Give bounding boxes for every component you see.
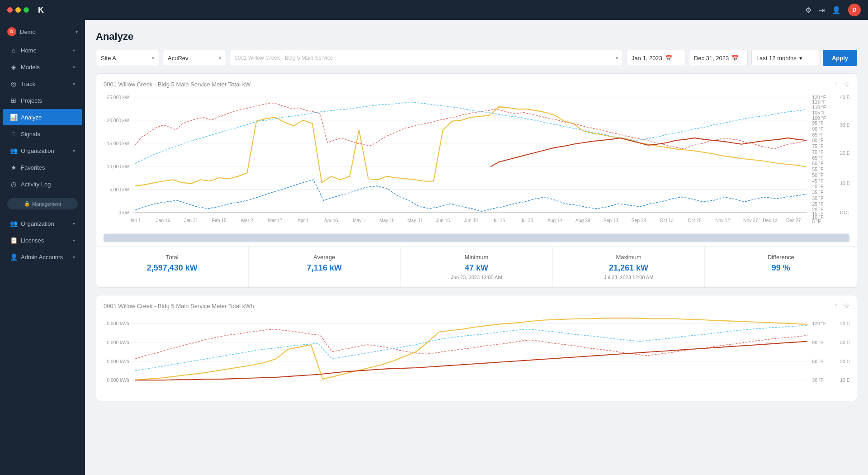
stat-diff-value: 99 % bbox=[712, 263, 849, 273]
activity-log-icon: ◷ bbox=[10, 180, 17, 188]
site-select[interactable]: Site A ▾ bbox=[96, 50, 159, 66]
svg-text:0 DD: 0 DD bbox=[840, 210, 849, 215]
sidebar-item-home[interactable]: ⌂ Home ▾ bbox=[3, 42, 82, 58]
svg-text:Sep 28: Sep 28 bbox=[632, 218, 646, 223]
svg-text:50 °F: 50 °F bbox=[812, 173, 824, 178]
svg-text:30 DD: 30 DD bbox=[840, 340, 849, 345]
date-range-chevron: ▾ bbox=[799, 55, 802, 62]
svg-text:Aug 29: Aug 29 bbox=[576, 218, 590, 223]
stat-avg-label: Average bbox=[256, 254, 393, 261]
stat-total-value: 2,597,430 kW bbox=[104, 263, 241, 273]
svg-text:40 DD: 40 DD bbox=[840, 95, 849, 100]
star-icon[interactable]: ☆ bbox=[843, 80, 849, 89]
stat-min-value: 47 kW bbox=[408, 263, 545, 273]
chart2-upload-icon[interactable]: ↑ bbox=[834, 302, 838, 310]
stat-maximum: Maximum 21,261 kW Jul 23, 2023 12:00 AM bbox=[553, 247, 705, 287]
main-content: Analyze Site A ▾ AcuRev ▾ 0001 Willow Cr… bbox=[85, 20, 868, 475]
svg-text:25 °F: 25 °F bbox=[812, 202, 824, 207]
svg-text:Apr 16: Apr 16 bbox=[324, 218, 338, 223]
sidebar-item-admin-accounts[interactable]: 👤 Admin Accounts ▾ bbox=[3, 249, 82, 265]
svg-text:105 °F: 105 °F bbox=[812, 110, 826, 115]
stat-minimum: Minimum 47 kW Jun 23, 2023 12:00 AM bbox=[401, 247, 553, 287]
chart2-star-icon[interactable]: ☆ bbox=[843, 302, 849, 310]
svg-text:0,000 kWh: 0,000 kWh bbox=[107, 321, 129, 326]
lock-icon: 🔒 bbox=[24, 201, 30, 207]
sidebar-item-org-mgmt[interactable]: 👥 Organization ▾ bbox=[3, 215, 82, 232]
settings-icon[interactable]: ⚙ bbox=[805, 6, 811, 14]
sidebar-item-models[interactable]: ◈ Models ▾ bbox=[3, 59, 82, 75]
upload-icon[interactable]: ↑ bbox=[834, 80, 838, 89]
date-range-label: Last 12 months bbox=[756, 55, 797, 62]
traffic-light-minimize[interactable] bbox=[15, 7, 21, 13]
svg-text:10,000 kW: 10,000 kW bbox=[107, 164, 129, 169]
chart1-svg: 25,000 kW 20,000 kW 15,000 kW 10,000 kW … bbox=[104, 92, 849, 232]
logout-icon[interactable]: ⇥ bbox=[819, 6, 825, 14]
svg-text:80 °F: 80 °F bbox=[812, 138, 824, 143]
org-mgmt-label: Organization bbox=[21, 220, 69, 227]
svg-text:Sep 13: Sep 13 bbox=[604, 218, 618, 223]
analyze-icon: 📊 bbox=[10, 114, 17, 121]
chart-card-1: 0001 Willow Creek - Bldg 5 Main Service … bbox=[96, 73, 857, 288]
apply-button[interactable]: Apply bbox=[823, 50, 857, 66]
svg-text:45 °F: 45 °F bbox=[812, 179, 824, 184]
stat-total-label: Total bbox=[104, 254, 241, 261]
svg-text:Nov 27: Nov 27 bbox=[743, 218, 758, 223]
device-label: AcuRev bbox=[168, 55, 189, 62]
favorites-label: Favorites bbox=[21, 164, 75, 171]
traffic-lights bbox=[7, 7, 29, 13]
date-range-select[interactable]: Last 12 months ▾ bbox=[751, 50, 819, 66]
sidebar-item-signals[interactable]: ≡ Signals bbox=[3, 126, 82, 142]
svg-text:60 °F: 60 °F bbox=[812, 359, 824, 364]
svg-text:20 DD: 20 DD bbox=[840, 151, 849, 156]
svg-text:30 °F: 30 °F bbox=[812, 196, 824, 201]
home-label: Home bbox=[21, 47, 69, 54]
projects-label: Projects bbox=[21, 97, 75, 104]
track-icon: ◎ bbox=[10, 80, 17, 87]
sidebar-item-activity-log[interactable]: ◷ Activity Log bbox=[3, 176, 82, 192]
topbar-right: ⚙ ⇥ 👤 D bbox=[805, 4, 861, 16]
stat-max-label: Maximum bbox=[560, 254, 698, 261]
sidebar-item-projects[interactable]: ⊞ Projects bbox=[3, 92, 82, 109]
svg-text:Mar 2: Mar 2 bbox=[241, 218, 253, 223]
traffic-light-maximize[interactable] bbox=[24, 7, 29, 13]
chart-card-2: 0001 Willow Creek - Bldg 5 Main Service … bbox=[96, 295, 857, 401]
organization-icon: 👥 bbox=[10, 147, 17, 154]
svg-text:Oct 13: Oct 13 bbox=[660, 218, 674, 223]
stat-average: Average 7,116 kW bbox=[249, 247, 401, 287]
sidebar-item-track[interactable]: ◎ Track ▾ bbox=[3, 76, 82, 92]
chart1-container: 25,000 kW 20,000 kW 15,000 kW 10,000 kW … bbox=[96, 89, 857, 233]
svg-text:0 kW: 0 kW bbox=[118, 210, 129, 215]
svg-text:5,000 kW: 5,000 kW bbox=[109, 187, 129, 192]
sidebar: D Demo ▾ ⌂ Home ▾ ◈ Models ▾ ◎ Track ▾ ⊞ bbox=[0, 20, 85, 475]
svg-text:Jan 1: Jan 1 bbox=[130, 218, 141, 223]
user-icon[interactable]: 👤 bbox=[832, 6, 841, 14]
svg-text:0,000 kWh: 0,000 kWh bbox=[107, 359, 129, 364]
svg-text:10 DD: 10 DD bbox=[840, 181, 849, 186]
sidebar-item-analyze[interactable]: 📊 Analyze bbox=[3, 109, 82, 125]
chart1-scrollbar[interactable] bbox=[104, 233, 849, 242]
sidebar-item-favorites[interactable]: ★ Favorites bbox=[3, 159, 82, 176]
svg-text:90 °F: 90 °F bbox=[812, 340, 824, 345]
stat-max-value: 21,261 kW bbox=[560, 263, 698, 273]
svg-text:55 °F: 55 °F bbox=[812, 167, 824, 172]
sidebar-org-item[interactable]: D Demo ▾ bbox=[0, 24, 85, 40]
organization-label: Organization bbox=[21, 147, 69, 154]
svg-text:75 °F: 75 °F bbox=[812, 144, 824, 149]
chart2-svg: 0,000 kWh 0,000 kWh 0,000 kWh 0,000 kWh … bbox=[104, 314, 849, 399]
stat-min-sub: Jun 23, 2023 12:00 AM bbox=[408, 275, 545, 280]
org-icon: D bbox=[7, 27, 16, 36]
meter-chevron: ▾ bbox=[616, 56, 618, 61]
date-end-input[interactable]: Dec 31, 2023 📅 bbox=[689, 50, 748, 66]
svg-text:Jan 31: Jan 31 bbox=[184, 218, 198, 223]
date-start-input[interactable]: Jan 1, 2023 📅 bbox=[627, 50, 685, 66]
svg-text:Dec 27: Dec 27 bbox=[786, 218, 801, 223]
stat-difference: Difference 99 % bbox=[705, 247, 857, 287]
sidebar-item-organization[interactable]: 👥 Organization ▾ bbox=[3, 142, 82, 159]
svg-text:0,000 kWh: 0,000 kWh bbox=[107, 340, 129, 345]
traffic-light-close[interactable] bbox=[7, 7, 13, 13]
sidebar-item-licenses[interactable]: 📋 Licenses ▾ bbox=[3, 232, 82, 248]
meter-select[interactable]: 0001 Willow Creek - Bldg 5 Main Service … bbox=[230, 50, 623, 66]
device-select[interactable]: AcuRev ▾ bbox=[163, 50, 226, 66]
site-label: Site A bbox=[101, 55, 116, 62]
avatar[interactable]: D bbox=[848, 4, 861, 16]
